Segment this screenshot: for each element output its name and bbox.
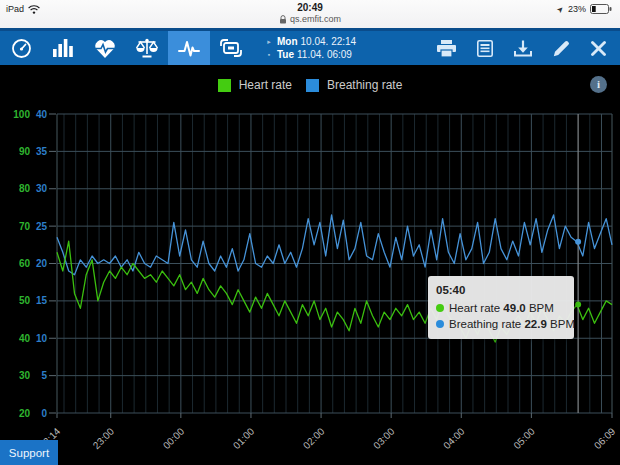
svg-text:10: 10	[36, 333, 48, 344]
heart-rate-icon	[94, 39, 116, 58]
weight-scale-icon	[136, 38, 158, 58]
ios-status-bar: iPad 20:49 qs.emfit.com ➤ 23%	[0, 0, 620, 28]
chart-tooltip: 05:40 Heart rate 49.0 BPM Breathing rate…	[428, 276, 574, 339]
url-field[interactable]: qs.emfit.com	[0, 14, 620, 24]
clock-time: 20:49	[0, 2, 620, 13]
tab-weight[interactable]	[126, 31, 168, 65]
breathing-dot-icon	[436, 320, 444, 328]
svg-text:06:09: 06:09	[592, 425, 618, 451]
print-icon	[437, 40, 456, 57]
svg-text:35: 35	[36, 146, 48, 157]
svg-text:20: 20	[36, 258, 48, 269]
date-range-start[interactable]: ▸ Mon10.04. 22:14	[266, 35, 356, 48]
end-day: Tue	[277, 49, 294, 60]
location-arrow-icon: ➤	[555, 3, 566, 14]
x-axis: 22:1423:0000:0001:0002:0003:0004:0005:00…	[37, 413, 618, 451]
gauge-icon	[11, 38, 32, 59]
close-button[interactable]	[591, 41, 606, 56]
svg-text:0: 0	[41, 408, 47, 419]
close-icon	[591, 41, 606, 56]
svg-text:50: 50	[19, 295, 31, 306]
support-button[interactable]: Support	[0, 440, 58, 465]
legend-breathing-rate[interactable]: Breathing rate	[306, 78, 402, 92]
svg-text:04:00: 04:00	[441, 425, 467, 451]
svg-text:40: 40	[19, 333, 31, 344]
pulse-icon	[178, 38, 200, 58]
svg-text:00:00: 00:00	[161, 425, 187, 451]
bar-chart-icon	[53, 39, 73, 57]
tab-statistics[interactable]	[42, 31, 84, 65]
svg-text:60: 60	[19, 258, 31, 269]
chart-page: Heart rate Breathing rate i 100409035803…	[0, 65, 620, 465]
heart-dot-icon	[436, 304, 444, 312]
report-button[interactable]	[477, 40, 493, 57]
tab-dashboard[interactable]	[0, 31, 42, 65]
svg-text:23:00: 23:00	[91, 425, 117, 451]
start-day: Mon	[277, 36, 298, 47]
breathing-highlight-point	[575, 239, 581, 245]
svg-text:100: 100	[13, 109, 30, 120]
svg-text:30: 30	[19, 370, 31, 381]
print-button[interactable]	[437, 40, 456, 57]
svg-text:01:00: 01:00	[231, 425, 257, 451]
svg-text:30: 30	[36, 183, 48, 194]
battery-fill	[592, 6, 596, 12]
info-button[interactable]: i	[590, 76, 607, 93]
start-marker-icon: ▸	[266, 35, 272, 48]
tab-vitals-active[interactable]	[168, 31, 210, 65]
end-marker-icon: ▪	[266, 48, 272, 61]
download-icon	[514, 40, 532, 57]
tab-heart[interactable]	[84, 31, 126, 65]
svg-text:70: 70	[19, 221, 31, 232]
tooltip-heart-value: 49.0	[503, 302, 525, 314]
report-icon	[477, 40, 493, 57]
svg-text:40: 40	[36, 109, 48, 120]
svg-text:03:00: 03:00	[371, 425, 397, 451]
date-range[interactable]: ▸ Mon10.04. 22:14 ▪ Tue11.04. 06:09	[266, 31, 356, 65]
start-datetime: 10.04. 22:14	[301, 36, 357, 47]
date-range-end[interactable]: ▪ Tue11.04. 06:09	[266, 48, 356, 61]
info-icon: i	[597, 78, 600, 90]
svg-text:80: 80	[19, 183, 31, 194]
edit-button[interactable]	[553, 40, 570, 57]
svg-text:5: 5	[41, 370, 47, 381]
end-datetime: 11.04. 06:09	[297, 49, 352, 60]
svg-text:15: 15	[36, 295, 48, 306]
download-button[interactable]	[514, 40, 532, 57]
tooltip-breathing-row: Breathing rate 22.9 BPM	[436, 316, 566, 332]
svg-text:02:00: 02:00	[301, 425, 327, 451]
breathing-rate-label: Breathing rate	[327, 78, 402, 92]
svg-text:90: 90	[19, 146, 31, 157]
app-toolbar: ▸ Mon10.04. 22:14 ▪ Tue11.04. 06:09	[0, 28, 620, 65]
edit-icon	[553, 40, 570, 57]
tab-device[interactable]	[210, 31, 252, 65]
y-axis: 10040903580307025602050154010305200	[13, 109, 612, 419]
battery-percent-label: 23%	[568, 4, 586, 14]
support-label: Support	[9, 447, 49, 459]
series-breathing-rate	[57, 215, 612, 275]
heart-rate-label: Heart rate	[239, 78, 292, 92]
lock-icon	[279, 15, 287, 24]
heart-highlight-point	[575, 302, 581, 308]
legend-heart-rate[interactable]: Heart rate	[218, 78, 292, 92]
svg-text:20: 20	[19, 408, 31, 419]
tooltip-time: 05:40	[436, 282, 566, 298]
heart-rate-swatch	[218, 79, 231, 92]
device-sync-icon	[220, 39, 242, 57]
tooltip-breathing-value: 22.9	[524, 318, 546, 330]
svg-text:25: 25	[36, 221, 48, 232]
battery-icon	[590, 4, 612, 14]
tooltip-heart-row: Heart rate 49.0 BPM	[436, 300, 566, 316]
svg-text:05:00: 05:00	[511, 425, 537, 451]
chart-legend: Heart rate Breathing rate	[0, 78, 620, 92]
breathing-rate-swatch	[306, 79, 319, 92]
